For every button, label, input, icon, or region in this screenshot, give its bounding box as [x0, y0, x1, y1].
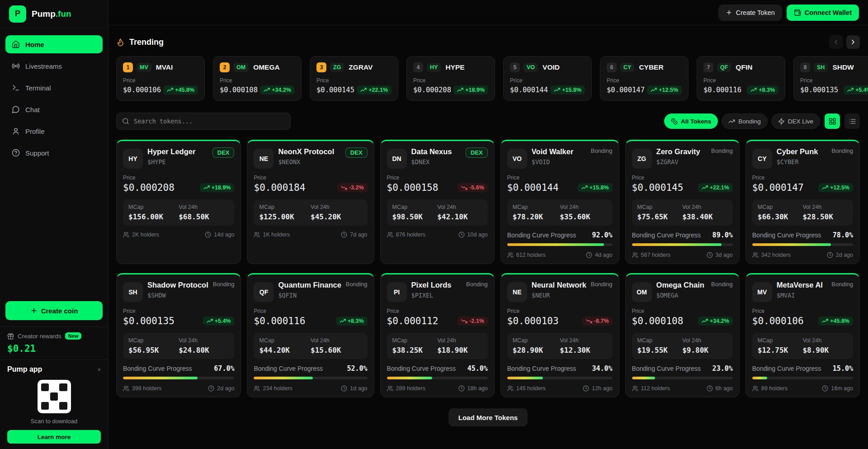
vol-value: $8.90K [802, 346, 848, 354]
list-view-icon[interactable] [844, 113, 860, 129]
token-card[interactable]: OM Omega Chain $OMEGA Bonding Price $0.0… [625, 273, 740, 397]
progress-fill [752, 243, 831, 246]
trending-card[interactable]: 7 QF QFIN Price $0.000116 +8.3% [697, 56, 785, 101]
sidebar-item-terminal[interactable]: Terminal [5, 79, 103, 97]
create-token-label: Create Token [736, 9, 775, 16]
filter-dex-live[interactable]: DEX Live [771, 113, 820, 129]
price-label: Price [387, 308, 488, 314]
token-card[interactable]: NE NeonX Protocol $NEONX DEX Price $0.00… [247, 140, 374, 264]
token-card[interactable]: CY Cyber Punk $CYBER Bonding Price $0.00… [745, 140, 860, 264]
token-card[interactable]: HY Hyper Ledger $HYPE DEX Price $0.00020… [116, 140, 241, 264]
token-avatar: NE [507, 282, 527, 302]
change-badge: +45.8% [818, 317, 853, 326]
trending-card[interactable]: 2 OM OMEGA Price $0.000108 +34.2% [213, 56, 302, 101]
sidebar-item-support[interactable]: Support [5, 144, 103, 162]
trending-card[interactable]: 8 SH SHDW Price $0.000135 +5.4% [793, 56, 868, 101]
vol-value: $38.40K [682, 213, 727, 221]
sidebar-item-chat[interactable]: Chat [5, 100, 103, 118]
vol-label: Vol 24h [802, 204, 848, 210]
trending-card[interactable]: 1 MV MVAI Price $0.000106 +45.8% [116, 56, 205, 101]
mcap-label: MCap [758, 337, 803, 344]
token-stats: MCap $125.00K Vol 24h $45.20K [254, 199, 367, 226]
token-stats: MCap $78.20K Vol 24h $35.60K [507, 199, 613, 226]
holders: 145 holders [507, 385, 546, 392]
people-icon [387, 232, 393, 238]
token-name: Data Nexus [411, 147, 461, 156]
status-badge: Bonding [466, 281, 488, 288]
token-stats: MCap $156.00K Vol 24h $68.50K [123, 199, 234, 226]
chevron-left-icon[interactable] [829, 35, 843, 49]
sidebar-item-profile[interactable]: Profile [5, 122, 103, 140]
plus-icon [726, 9, 732, 16]
mcap-value: $125.00K [259, 213, 311, 221]
sidebar-item-livestreams[interactable]: Livestreams [5, 57, 103, 75]
creator-rewards-label: Creator rewards [18, 333, 61, 340]
holders-text: 2K holders [132, 232, 159, 238]
create-coin-button[interactable]: Create coin [5, 301, 103, 320]
load-more-button[interactable]: Load More Tokens [448, 408, 528, 426]
age: 1d ago [341, 385, 367, 392]
progress-track [507, 377, 613, 379]
filter-bonding[interactable]: Bonding [722, 113, 768, 129]
people-icon [752, 252, 759, 258]
trend-down-icon [461, 319, 467, 323]
token-name: Quantum Finance [278, 281, 341, 289]
token-ticker: $ZGRAV [656, 158, 707, 165]
token-ticker-chip: MV [137, 63, 151, 72]
sidebar-item-home[interactable]: Home [5, 35, 103, 53]
age-text: 6h ago [716, 385, 733, 392]
token-ticker-chip: CY [620, 63, 634, 72]
progress-fill [507, 377, 543, 379]
trend-up-icon [702, 185, 708, 190]
connect-wallet-button[interactable]: Connect Wallet [787, 5, 859, 21]
price-label: Price [123, 77, 198, 84]
learn-more-button[interactable]: Learn more [7, 430, 101, 444]
rank-badge: 5 [510, 62, 520, 72]
token-name: MetaVerse AI [777, 281, 827, 289]
age-text: 14d ago [214, 232, 234, 238]
trending-card[interactable]: 6 CY CYBER Price $0.000147 +12.5% [600, 56, 689, 101]
trend-down-icon [461, 185, 467, 190]
status-badge: Bonding [591, 281, 613, 288]
rank-badge: 7 [703, 62, 713, 72]
token-card[interactable]: ZG Zero Gravity $ZGRAV Bonding Price $0.… [625, 140, 740, 264]
filter-dex-live-label: DEX Live [788, 118, 813, 125]
vol-value: $35.60K [560, 213, 607, 221]
search-icon [122, 118, 129, 125]
token-ticker: $HYPE [147, 158, 208, 165]
token-avatar: CY [752, 149, 772, 169]
token-card[interactable]: PI Pixel Lords $PIXEL Bonding Price $0.0… [380, 273, 495, 397]
bonding-progress-value: 34.0% [592, 364, 612, 373]
token-card[interactable]: SH Shadow Protocol $SHDW Bonding Price $… [116, 273, 241, 397]
bonding-progress-value: 45.0% [467, 364, 488, 373]
token-card[interactable]: MV MetaVerse AI $MVAI Bonding Price $0.0… [745, 273, 860, 397]
token-name: HYPE [445, 63, 464, 71]
grid-view-icon[interactable] [825, 113, 840, 129]
token-card[interactable]: NE Neural Network $NEUR Bonding Price $0… [500, 273, 619, 397]
brand-logo: P [9, 5, 26, 23]
search-input[interactable] [134, 118, 285, 125]
vol-label: Vol 24h [311, 337, 362, 344]
vol-value: $9.80K [682, 346, 727, 354]
token-card[interactable]: VO Void Walker $VOID Bonding Price $0.00… [500, 140, 619, 264]
bonding-progress-value: 78.0% [833, 231, 853, 239]
age-text: 12h ago [592, 385, 612, 392]
create-token-button[interactable]: Create Token [718, 5, 782, 21]
people-icon [507, 252, 514, 258]
chevron-right-icon[interactable] [846, 35, 860, 49]
holders: 612 holders [507, 252, 546, 258]
flame-icon [116, 38, 125, 47]
filter-all-tokens[interactable]: All Tokens [664, 113, 718, 129]
close-icon[interactable]: × [97, 366, 101, 373]
token-ticker: $PIXEL [411, 292, 462, 299]
trending-card[interactable]: 3 ZG ZGRAV Price $0.000145 +22.1% [310, 56, 398, 101]
trending-card[interactable]: 5 VO VOID Price $0.000144 +15.8% [503, 56, 592, 101]
token-card[interactable]: QF Quantum Finance $QFIN Bonding Price $… [247, 273, 374, 397]
trending-card[interactable]: 4 HY HYPE Price $0.000208 +18.9% [406, 56, 495, 101]
token-price: $0.000116 [703, 86, 741, 94]
bonding-progress-value: 23.0% [712, 364, 733, 373]
trend-up-icon [360, 88, 367, 92]
token-card[interactable]: DN Data Nexus $DNEX DEX Price $0.000158 … [380, 140, 495, 264]
clock-icon [707, 385, 713, 392]
age: 18h ago [458, 385, 488, 392]
